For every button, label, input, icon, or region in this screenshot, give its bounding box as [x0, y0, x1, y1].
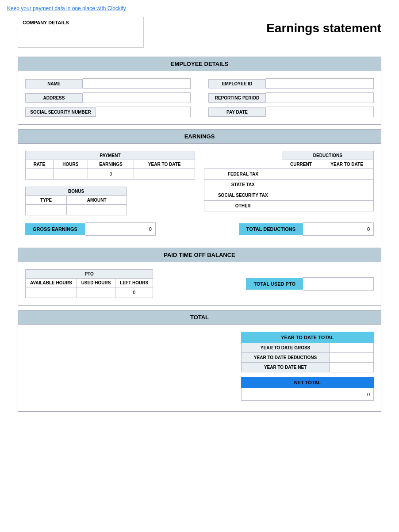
- net-total-value[interactable]: 0: [242, 388, 374, 401]
- ytd-deductions-value[interactable]: [330, 353, 374, 363]
- deductions-ytd-col: YEAR TO DATE: [320, 160, 374, 169]
- company-details-label: COMPANY DETAILS: [23, 20, 69, 25]
- payment-hours-value[interactable]: [53, 169, 88, 180]
- company-details-box: COMPANY DETAILS: [18, 17, 144, 48]
- name-value[interactable]: [83, 78, 191, 89]
- pto-left-col: LEFT HOURS: [115, 279, 153, 287]
- pto-used-col: USED HOURS: [77, 279, 115, 287]
- bonus-type-col: TYPE: [26, 196, 67, 205]
- total-deductions-total: TOTAL DEDUCTIONS 0: [239, 222, 374, 236]
- pto-available-col: AVAILABLE HOURS: [26, 279, 77, 287]
- ytd-gross-label: YEAR TO DATE GROSS: [242, 343, 330, 353]
- total-section-header: TOTAL: [18, 310, 381, 325]
- payment-earnings-col: EARNINGS: [88, 160, 134, 169]
- state-tax-label: STATE TAX: [204, 180, 282, 190]
- payment-rate-col: RATE: [26, 160, 54, 169]
- total-used-pto-value[interactable]: [303, 277, 374, 291]
- total-used-pto-label: TOTAL USED PTO: [246, 278, 303, 290]
- pto-left-value[interactable]: 0: [115, 287, 153, 298]
- pto-used-value[interactable]: [77, 287, 115, 298]
- employee-details-header: EMPLOYEE DETAILS: [18, 57, 381, 71]
- total-deductions-value[interactable]: 0: [303, 222, 374, 236]
- reporting-period-value[interactable]: [266, 92, 374, 103]
- payment-ytd-value[interactable]: [134, 169, 195, 180]
- payment-earnings-value[interactable]: 0: [88, 169, 134, 180]
- name-label: NAME: [25, 79, 83, 88]
- employee-id-label: EMPLOYEE ID: [208, 79, 266, 88]
- employee-id-value[interactable]: [266, 78, 374, 89]
- bonus-amount-col: AMOUNT: [67, 196, 127, 205]
- federal-tax-ytd[interactable]: [320, 169, 374, 180]
- ssn-value[interactable]: [96, 107, 191, 117]
- social-security-current[interactable]: [282, 190, 320, 201]
- pto-title: PTO: [26, 270, 153, 279]
- ytd-gross-value[interactable]: [330, 343, 374, 353]
- reporting-period-label: REPORTING PERIOD: [208, 93, 266, 103]
- page-title: Earnings statement: [266, 17, 381, 35]
- ytd-net-label: YEAR TO DATE NET: [242, 363, 330, 372]
- clockify-link[interactable]: Keep your payment data in one place with…: [7, 5, 126, 11]
- social-security-tax-label: SOCIAL SECURITY TAX: [204, 190, 282, 201]
- ssn-label: SOCIAL SECURITY NUMBER: [25, 107, 96, 117]
- pay-date-value[interactable]: [266, 107, 374, 117]
- earnings-header: EARNINGS: [18, 129, 381, 144]
- payment-rate-value[interactable]: [26, 169, 54, 180]
- state-tax-ytd[interactable]: [320, 180, 374, 190]
- pto-available-value[interactable]: [26, 287, 77, 298]
- gross-earnings-value[interactable]: 0: [85, 222, 156, 236]
- total-used-pto-box: TOTAL USED PTO: [246, 277, 374, 291]
- deductions-current-col: CURRENT: [282, 160, 320, 169]
- pto-header: PAID TIME OFF BALANCE: [18, 248, 381, 262]
- other-ytd[interactable]: [320, 201, 374, 211]
- other-label: OTHER: [204, 201, 282, 211]
- ytd-net-value[interactable]: [330, 363, 374, 372]
- payment-hours-col: HOURS: [53, 160, 88, 169]
- address-label: ADDRESS: [25, 93, 83, 103]
- bonus-amount-value[interactable]: [67, 205, 127, 215]
- federal-tax-current[interactable]: [282, 169, 320, 180]
- ytd-deductions-label: YEAR TO DATE DEDUCTIONS: [242, 353, 330, 363]
- address-value[interactable]: [83, 92, 191, 103]
- net-total-header: NET TOTAL: [242, 377, 374, 388]
- payment-ytd-col: YEAR TO DATE: [134, 160, 195, 169]
- pay-date-label: PAY DATE: [208, 107, 266, 117]
- bonus-title: BONUS: [26, 187, 127, 196]
- social-security-ytd[interactable]: [320, 190, 374, 201]
- gross-earnings-total: GROSS EARNINGS 0: [25, 222, 156, 236]
- total-deductions-label: TOTAL DEDUCTIONS: [239, 223, 303, 235]
- state-tax-current[interactable]: [282, 180, 320, 190]
- other-current[interactable]: [282, 201, 320, 211]
- gross-earnings-label: GROSS EARNINGS: [25, 223, 85, 235]
- bonus-type-value[interactable]: [26, 205, 67, 215]
- payment-title: PAYMENT: [26, 151, 195, 160]
- ytd-total-header: YEAR TO DATE TOTAL: [242, 332, 374, 343]
- federal-tax-label: FEDERAL TAX: [204, 169, 282, 180]
- deductions-title: DEDUCTIONS: [282, 151, 373, 160]
